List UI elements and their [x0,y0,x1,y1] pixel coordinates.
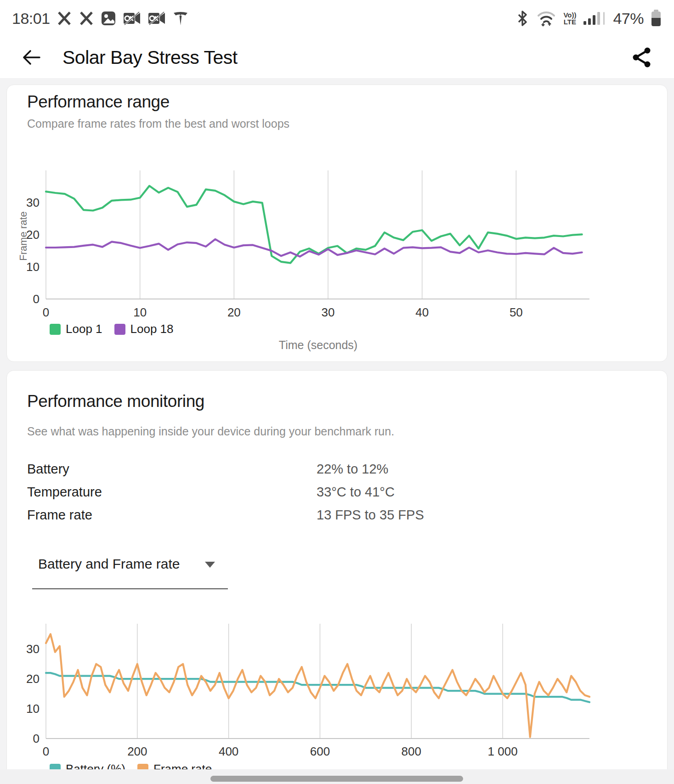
section-subtitle: Compare frame rates from the best and wo… [27,117,289,130]
svg-text:40: 40 [415,305,429,319]
performance-range-chart: 010203040500102030 [7,157,668,322]
share-button[interactable] [629,45,655,70]
loop1-swatch [50,324,61,335]
section-title: Performance range [27,92,170,112]
share-icon [630,46,653,69]
x-app-icon [57,11,72,26]
frame-rate-row: Frame rate 13 FPS to 35 FPS [27,508,648,523]
svg-text:1 000: 1 000 [488,745,518,758]
section-subtitle: See what was happening inside your devic… [27,425,394,438]
x-axis-label: Time (seconds) [46,338,590,352]
status-bar: 18:01 [0,0,674,37]
monitoring-chart: 02004006008001 0000102030 [7,616,668,761]
svg-text:30: 30 [322,305,335,319]
screen: 18:01 [0,0,674,784]
bluetooth-icon [515,10,529,27]
svg-text:0: 0 [33,732,40,745]
legend-item: Loop 1 [50,322,102,336]
chart-select-dropdown[interactable]: Battery and Frame rate [32,553,228,589]
svg-text:20: 20 [26,228,40,242]
tesla-icon [172,10,189,27]
battery-row: Battery 22% to 12% [27,462,648,477]
svg-text:10: 10 [133,305,147,319]
svg-text:600: 600 [310,745,330,758]
svg-text:800: 800 [402,745,421,758]
temperature-row: Temperature 33°C to 41°C [27,485,648,500]
dropdown-underline [32,588,228,589]
svg-text:50: 50 [510,305,523,319]
temperature-value: 33°C to 41°C [317,485,395,500]
svg-text:0: 0 [43,305,49,319]
dropdown-value: Battery and Frame rate [38,556,180,572]
svg-text:20: 20 [26,672,40,686]
svg-text:30: 30 [26,196,40,209]
svg-text:200: 200 [127,745,147,758]
loop18-swatch [114,324,125,335]
back-button[interactable] [18,45,44,70]
battery-icon [650,9,662,28]
app-bar: Solar Bay Stress Test [0,37,674,78]
performance-range-card: Performance range Compare frame rates fr… [6,85,668,362]
gallery-icon [101,11,116,26]
svg-text:10: 10 [26,702,40,716]
svg-text:0: 0 [43,745,49,758]
chevron-down-icon [205,562,215,568]
navigation-handle[interactable] [210,776,463,782]
svg-text:20: 20 [227,305,241,319]
battery-percent: 47% [613,10,644,28]
wifi-icon [536,9,557,28]
signal-icon [583,10,606,27]
ok-video-icon [123,11,141,26]
svg-text:0: 0 [33,292,40,306]
svg-text:10: 10 [26,260,40,274]
performance-monitoring-card: Performance monitoring See what was happ… [6,370,668,784]
section-title: Performance monitoring [27,392,204,411]
svg-text:30: 30 [26,642,40,656]
frame-rate-value: 13 FPS to 35 FPS [317,508,424,523]
x-app-icon [79,11,94,26]
svg-text:400: 400 [219,745,238,758]
chart-legend: Loop 1 Loop 18 [50,322,174,336]
back-arrow-icon [20,46,42,68]
legend-item: Loop 18 [114,322,174,336]
battery-value: 22% to 12% [317,462,388,477]
ok-video-icon [147,11,166,26]
volte-icon: Vo)) LTE [563,11,576,25]
clock: 18:01 [12,10,50,28]
system-navigation-bar [0,769,674,784]
page-title: Solar Bay Stress Test [62,47,238,68]
